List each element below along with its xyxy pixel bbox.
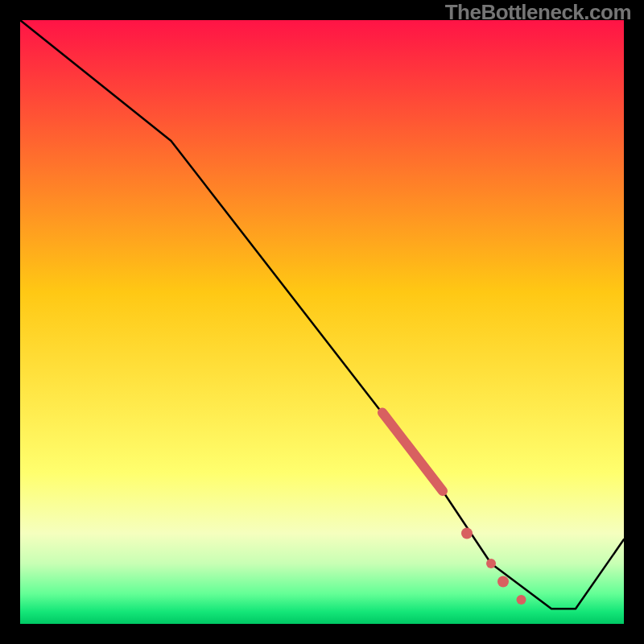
highlight-point <box>486 559 496 568</box>
plot-background <box>20 20 624 624</box>
highlight-point <box>517 595 526 605</box>
watermark-text: TheBottleneck.com <box>445 0 631 25</box>
chart-container: TheBottleneck.com <box>0 0 644 644</box>
highlight-point <box>497 576 509 588</box>
highlight-point <box>461 528 473 539</box>
chart-svg <box>0 0 644 644</box>
